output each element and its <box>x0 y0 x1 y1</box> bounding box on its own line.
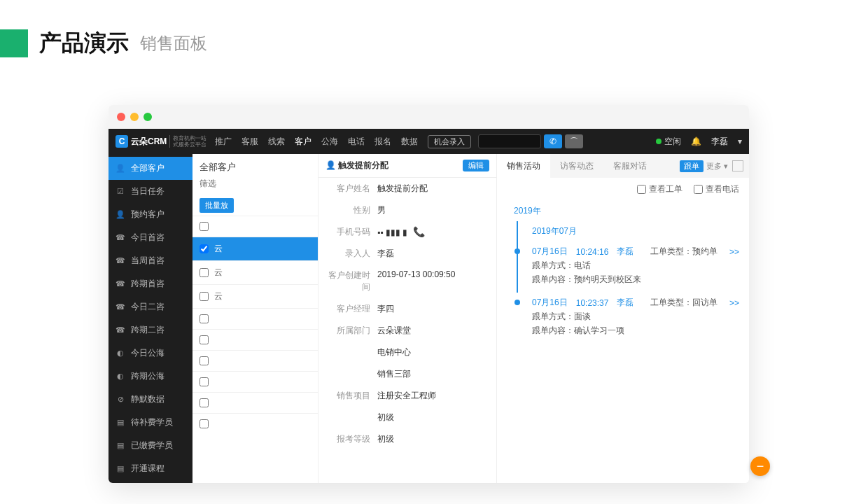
bulk-release-button[interactable]: 批量放 <box>200 198 234 213</box>
customer-list-panel: 全部客户 筛选 批量放 云云云 <box>192 154 318 483</box>
sidebar-label: 今日首咨 <box>131 232 164 244</box>
sidebar-icon: ◐ <box>115 372 125 381</box>
sidebar-icon: ☎ <box>115 233 125 242</box>
entry-more[interactable]: >> <box>729 247 739 257</box>
window-minimize-icon[interactable] <box>130 113 139 121</box>
nav-item-推广[interactable]: 推广 <box>215 136 232 148</box>
detail-field: 销售三部 <box>318 363 496 385</box>
filter-查看工单[interactable]: 查看工单 <box>637 183 682 195</box>
sidebar-item-跨期首咨[interactable]: ☎跨期首咨 <box>108 272 192 295</box>
row-checkbox[interactable] <box>200 419 209 428</box>
row-checkbox[interactable] <box>200 244 209 253</box>
accent-block <box>0 29 28 57</box>
chevron-down-icon[interactable]: ▾ <box>738 136 742 146</box>
row-checkbox[interactable] <box>200 356 209 365</box>
list-row[interactable]: 云 <box>192 260 318 284</box>
tab-访客动态[interactable]: 访客动态 <box>550 154 603 178</box>
sidebar-item-今日首咨[interactable]: ☎今日首咨 <box>108 226 192 249</box>
row-checkbox[interactable] <box>200 268 209 277</box>
field-key: 客户经理 <box>326 303 370 315</box>
field-key: 客户创建时间 <box>326 270 370 293</box>
sidebar-label: 全部客户 <box>131 162 164 174</box>
sidebar-item-待补费学员[interactable]: ▤待补费学员 <box>108 411 192 434</box>
list-row[interactable]: 云 <box>192 237 318 260</box>
page-title: 产品演示 <box>39 28 129 59</box>
row-checkbox[interactable] <box>200 398 209 407</box>
list-row[interactable] <box>192 371 318 392</box>
row-checkbox[interactable] <box>200 335 209 344</box>
more-menu[interactable]: 更多 ▾ <box>706 161 728 172</box>
row-checkbox[interactable] <box>200 314 209 323</box>
field-value: 男 <box>377 204 489 216</box>
list-row[interactable] <box>192 308 318 329</box>
phone-icon[interactable]: 📞 <box>413 226 425 237</box>
sidebar-item-开通课程[interactable]: ▤开通课程 <box>108 457 192 480</box>
bell-icon[interactable]: 🔔 <box>691 136 701 146</box>
hangup-button[interactable]: ⌒ <box>565 134 583 148</box>
sidebar-item-今日二咨[interactable]: ☎今日二咨 <box>108 295 192 318</box>
list-row[interactable] <box>192 350 318 371</box>
filter-checkbox[interactable] <box>637 185 646 194</box>
expand-icon[interactable] <box>732 160 743 172</box>
sidebar-item-预约客户[interactable]: 👤预约客户 <box>108 203 192 226</box>
nav-item-客户[interactable]: 客户 <box>295 136 312 148</box>
list-row[interactable]: 云 <box>192 284 318 308</box>
sidebar-label: 静默数据 <box>131 393 164 405</box>
nav-item-电话[interactable]: 电话 <box>348 136 365 148</box>
sidebar-label: 跨期公海 <box>131 370 164 382</box>
edit-button[interactable]: 编辑 <box>463 160 489 172</box>
list-row[interactable] <box>192 216 318 237</box>
status-area: 空闲 🔔 李磊 ▾ <box>656 136 742 148</box>
sidebar-item-我的订单[interactable]: ▤我的订单 <box>108 480 192 483</box>
sidebar-item-当日任务[interactable]: ☑当日任务 <box>108 180 192 203</box>
sidebar-icon: ▤ <box>115 441 125 450</box>
list-row[interactable] <box>192 392 318 413</box>
call-button[interactable]: ✆ <box>544 134 562 148</box>
sidebar-item-今日公海[interactable]: ◐今日公海 <box>108 342 192 365</box>
row-checkbox[interactable] <box>200 222 209 231</box>
list-row[interactable] <box>192 329 318 350</box>
sidebar-item-全部客户[interactable]: 👤全部客户 <box>108 157 192 180</box>
nav-item-数据[interactable]: 数据 <box>401 136 418 148</box>
list-row[interactable] <box>192 413 318 434</box>
brand: C 云朵CRM 教育机构一站 式服务云平台 <box>115 135 206 148</box>
nav-item-线索[interactable]: 线索 <box>268 136 285 148</box>
chance-button[interactable]: 机会录入 <box>428 135 471 148</box>
entry-date: 07月16日 <box>532 246 568 258</box>
search-input[interactable] <box>478 134 541 148</box>
field-key <box>326 368 370 380</box>
filter-checkbox[interactable] <box>694 185 703 194</box>
entry-agent: 李磊 <box>617 297 634 309</box>
sidebar-item-已缴费学员[interactable]: ▤已缴费学员 <box>108 434 192 457</box>
user-name[interactable]: 李磊 <box>711 136 728 148</box>
field-key: 手机号码 <box>326 226 370 238</box>
follow-tag[interactable]: 跟单 <box>680 160 704 172</box>
row-label: 云 <box>214 267 223 279</box>
nav-item-公海[interactable]: 公海 <box>321 136 338 148</box>
sidebar-item-静默数据[interactable]: ⊘静默数据 <box>108 388 192 411</box>
sidebar-icon: ◐ <box>115 349 125 358</box>
entry-more[interactable]: >> <box>729 298 739 308</box>
entry-content: 跟单内容：确认学习一项 <box>532 323 739 337</box>
entry-method: 跟单方式：电话 <box>532 258 739 272</box>
sidebar-label: 今日二咨 <box>131 301 164 313</box>
floating-action-button[interactable]: − <box>750 456 770 476</box>
window-close-icon[interactable] <box>117 113 125 121</box>
nav-item-客服[interactable]: 客服 <box>241 136 258 148</box>
entry-method: 跟单方式：面谈 <box>532 309 739 323</box>
sidebar-item-跨期公海[interactable]: ◐跨期公海 <box>108 365 192 388</box>
sidebar-item-跨期二咨[interactable]: ☎跨期二咨 <box>108 318 192 342</box>
row-label: 云 <box>214 243 223 255</box>
status-dot-icon <box>656 139 662 144</box>
window-zoom-icon[interactable] <box>144 113 152 121</box>
field-value: 销售三部 <box>377 368 489 380</box>
nav-item-报名[interactable]: 报名 <box>374 136 391 148</box>
field-value: 2019-07-13 00:09:50 <box>377 270 489 293</box>
sidebar-item-当周首咨[interactable]: ☎当周首咨 <box>108 249 192 272</box>
row-checkbox[interactable] <box>200 292 209 301</box>
list-filter-label[interactable]: 筛选 <box>192 178 318 195</box>
row-checkbox[interactable] <box>200 377 209 386</box>
tab-客服对话[interactable]: 客服对话 <box>603 154 657 178</box>
tab-销售活动[interactable]: 销售活动 <box>497 154 550 178</box>
filter-查看电话[interactable]: 查看电话 <box>694 183 739 195</box>
